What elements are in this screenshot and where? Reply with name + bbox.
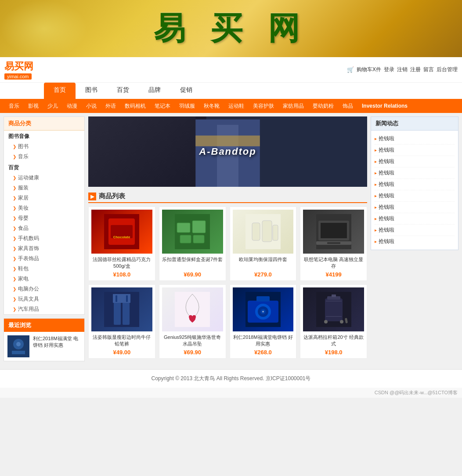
product-card-5[interactable]: Genius925纯银施华洛世奇水晶吊坠 ¥69.90 [159,284,226,359]
top-bar: 易买网 yimai.com 🛒 购物车X件 登录 注销 注册 留言 后台管理 [0,57,462,83]
sidebar-item-cosmetics[interactable]: 美妆 [4,203,84,213]
cat-laptop[interactable]: 笔记本 [150,99,175,113]
product-img-7 [303,287,364,331]
svg-rect-33 [126,295,128,302]
sidebar-item-music[interactable]: 音乐 [4,152,84,162]
cat-camera[interactable]: 数码相机 [120,99,150,113]
sidebar-item-home[interactable]: 家居 [4,193,84,203]
news-item-4[interactable]: 抢钱啦 [375,179,455,190]
product-card-4[interactable]: 法姿韩版显瘦彩边时尚牛仔铅笔裤 ¥49.00 [88,284,155,359]
cart-link[interactable]: 购物车X件 [357,66,381,73]
svg-rect-16 [192,221,206,233]
cat-down[interactable]: 羽绒服 [175,99,199,113]
svg-rect-9 [195,135,260,146]
product-card-3[interactable]: 联想笔记本电脑 高速独立显存 ¥4199 [300,207,367,281]
nav-item-brand[interactable]: 品牌 [139,83,170,99]
sidebar-item-clothes[interactable]: 服装 [4,183,84,193]
logo-text[interactable]: 易买网 [4,60,33,73]
cat-boots[interactable]: 秋冬靴 [199,99,224,113]
product-card-1[interactable]: 乐扣普通型保鲜盒圣诞7件套 ¥69.90 [159,207,226,281]
cat-investor[interactable]: Investor Relations [357,99,412,113]
news-item-9[interactable]: 抢钱啦 [375,236,455,247]
cat-jewelry[interactable]: 饰品 [338,99,357,113]
category-title: 商品分类 [4,117,84,131]
product-list-section: ▶ 商品列表 Chocolate 法国德菲丝松露精品巧克力500g/盒 [88,190,367,359]
group-general-title: 百货 [4,162,84,173]
svg-rect-15 [177,223,190,233]
sidebar-item-watch[interactable]: 手表饰品 [4,254,84,264]
product-card-6[interactable]: 利仁2018M福满堂电饼铛 好用实惠 ¥268.0 [230,284,297,359]
sidebar-item-toys[interactable]: 玩具文具 [4,294,84,304]
product-img-3 [303,210,364,254]
svg-rect-47 [332,294,336,297]
product-card-2[interactable]: 欧珀莱均衡保湿四件套 ¥279.0 [230,207,297,281]
product-card-7[interactable]: 达派高档拉杆箱20寸 经典款式 ¥198.0 [300,284,367,359]
sidebar-item-baby[interactable]: 母婴 [4,213,84,223]
cat-video[interactable]: 影视 [24,99,43,113]
news-item-1[interactable]: 抢钱啦 [375,145,455,156]
cat-shoes[interactable]: 运动鞋 [224,99,249,113]
cat-milk[interactable]: 婴幼奶粉 [308,99,338,113]
news-item-5[interactable]: 抢钱啦 [375,190,455,202]
product-price-7: ¥198.0 [303,349,364,356]
news-item-3[interactable]: 抢钱啦 [375,167,455,179]
sidebar-item-food[interactable]: 食品 [4,223,84,233]
cat-beauty[interactable]: 美容护肤 [249,99,278,113]
sidebar: 商品分类 图书音像 图书 音乐 百货 运动健康 服装 家居 美妆 母婴 食品 手… [4,116,85,362]
sidebar-item-computer[interactable]: 电脑办公 [4,284,84,294]
sidebar-item-sport[interactable]: 运动健康 [4,173,84,183]
cat-novel[interactable]: 小说 [82,99,101,113]
logout-link[interactable]: 注销 [397,66,408,73]
sidebar-item-auto[interactable]: 汽车用品 [4,304,84,314]
recent-item[interactable]: 利仁2018M福满堂 电饼铛 好用实惠 [4,332,84,361]
cat-kids[interactable]: 少儿 [43,99,62,113]
admin-link[interactable]: 后台管理 [437,66,458,73]
top-right-links: 🛒 购物车X件 登录 注销 注册 留言 后台管理 [347,66,458,73]
sidebar-item-furniture[interactable]: 家具首饰 [4,243,84,254]
news-item-2[interactable]: 抢钱啦 [375,156,455,167]
svg-point-42 [262,311,264,312]
cat-textile[interactable]: 家纺用品 [278,99,308,113]
product-list-header: ▶ 商品列表 [88,190,367,203]
svg-rect-2 [12,351,25,354]
message-link[interactable]: 留言 [423,66,434,73]
product-img-6 [233,287,294,331]
svg-rect-20 [252,223,260,240]
svg-point-3 [16,342,21,346]
register-link[interactable]: 注册 [410,66,421,73]
svg-point-52 [340,320,343,323]
news-item-0[interactable]: 抢钱啦 [375,133,455,145]
product-list-icon: ▶ [88,193,96,200]
svg-text:Chocolate: Chocolate [113,235,130,239]
cat-anime[interactable]: 动漫 [62,99,82,113]
product-name-2: 欧珀莱均衡保湿四件套 [233,256,294,269]
sidebar-item-digital[interactable]: 手机数码 [4,233,84,243]
product-img-1 [162,210,223,254]
sidebar-item-shoes[interactable]: 鞋包 [4,264,84,274]
svg-rect-17 [180,235,191,243]
product-img-4 [91,287,152,331]
sidebar-item-books[interactable]: 图书 [4,142,84,152]
sidebar-item-appliance[interactable]: 家电 [4,274,84,284]
recent-section: 最近浏览 利仁2018M福满堂 电饼铛 好用实惠 [4,318,85,361]
main-content: 商品分类 图书音像 图书 音乐 百货 运动健康 服装 家居 美妆 母婴 食品 手… [0,113,462,366]
category-section: 商品分类 图书音像 图书 音乐 百货 运动健康 服装 家居 美妆 母婴 食品 手… [4,116,85,315]
cat-foreign[interactable]: 外语 [101,99,120,113]
nav-item-books[interactable]: 图书 [76,83,107,99]
svg-rect-49 [326,316,342,317]
nav-item-general[interactable]: 百货 [107,83,139,99]
news-item-7[interactable]: 抢钱啦 [375,213,455,225]
main-nav: 首页 图书 百货 品牌 促销 [0,83,462,99]
news-item-6[interactable]: 抢钱啦 [375,202,455,213]
product-price-1: ¥69.90 [162,271,223,278]
nav-item-promo[interactable]: 促销 [170,83,202,99]
cat-music[interactable]: 音乐 [4,99,24,113]
nav-item-home[interactable]: 首页 [44,83,76,99]
news-item-8[interactable]: 抢钱啦 [375,225,455,236]
product-name-1: 乐扣普通型保鲜盒圣诞7件套 [162,256,223,269]
header-banner: 易 买 网 [0,0,462,57]
recent-thumb [7,335,29,357]
product-price-3: ¥4199 [303,271,364,278]
product-card-0[interactable]: Chocolate 法国德菲丝松露精品巧克力500g/盒 ¥108.0 [88,207,155,281]
login-link[interactable]: 登录 [384,66,394,73]
